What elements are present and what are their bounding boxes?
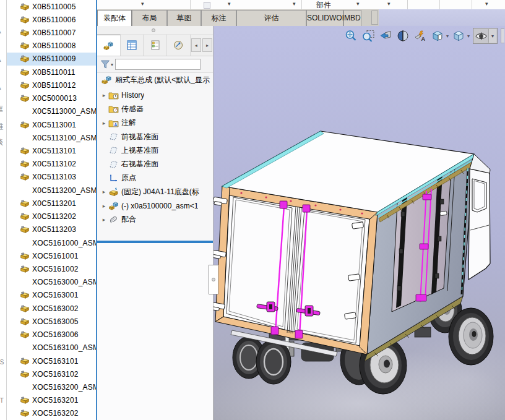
file-list-item[interactable]: XOC5163200_ASM — [6, 380, 96, 393]
dropdown-arrow-icon[interactable]: ▾ — [387, 1, 391, 7]
commandmanager-tab[interactable]: 草图 — [167, 10, 201, 26]
mates-paperclip-icon — [108, 215, 119, 225]
feature-tree-item[interactable]: ▸ — [97, 157, 213, 171]
display-style-icon[interactable] — [431, 29, 445, 43]
file-list-item[interactable]: XOC5161002 — [6, 262, 96, 275]
front-wheel[interactable] — [449, 308, 493, 365]
file-list-item[interactable]: X0C5113101 — [6, 144, 96, 157]
dropdown-arrow-icon[interactable]: ▾ — [485, 1, 488, 7]
tab-feature-tree[interactable] — [97, 35, 121, 56]
file-list-item[interactable]: XOC5163201 — [6, 394, 96, 407]
file-list-item[interactable]: XOC5163006 — [6, 328, 96, 341]
part-file-icon — [20, 121, 30, 129]
file-list-item[interactable]: XOC5163001 — [6, 289, 96, 302]
root-assembly-name: 厢式车总成 (默认<默认_显示 — [115, 75, 210, 85]
commandmanager-tab[interactable]: 布局 — [132, 10, 167, 26]
feature-tree-item[interactable]: ▸ — [97, 185, 213, 199]
filter-funnel-icon[interactable] — [100, 59, 110, 69]
file-list-item[interactable]: X0C5113100_ASM — [6, 131, 96, 144]
feature-tree-item[interactable]: ▸ — [97, 144, 213, 157]
file-list-item[interactable]: XOC5163202 — [6, 407, 96, 420]
previous-view-icon[interactable] — [379, 29, 393, 43]
file-list-item[interactable]: X0C5113001 — [6, 118, 96, 131]
hide-show-annotations-icon[interactable]: A — [413, 29, 428, 43]
file-name: XOC5163100_ASM — [32, 343, 96, 352]
commandmanager-tab[interactable]: MBD — [343, 10, 361, 26]
tab-dimxpertmanager[interactable] — [167, 35, 191, 56]
dropdown-arrow-icon[interactable]: ▾ — [228, 1, 231, 7]
expand-arrow-icon[interactable]: ▸ — [100, 216, 108, 223]
file-list-item[interactable]: X0B5110006 — [6, 13, 96, 26]
toolbar-button-fragment[interactable] — [204, 2, 210, 9]
file-list-item[interactable]: X0C5113102 — [6, 158, 96, 171]
expand-arrow-icon[interactable]: ▸ — [100, 203, 108, 209]
hide-show-items-button[interactable]: ▾ — [473, 28, 498, 44]
dropdown-arrow-icon[interactable]: ▾ — [293, 1, 296, 7]
commandmanager-tab[interactable]: 标注 — [201, 10, 236, 26]
file-list-item[interactable]: XOC5163100_ASM — [6, 341, 96, 354]
file-list-item[interactable]: XOC5163002 — [6, 302, 96, 315]
zoom-to-fit-icon[interactable] — [344, 29, 358, 43]
dropdown-arrow-icon[interactable]: ▾ — [488, 29, 496, 43]
view-orientation-icon[interactable] — [452, 29, 466, 43]
file-list-item[interactable]: X0C5113000_ASM — [6, 105, 96, 118]
file-list-item[interactable]: X0C5113200_ASM — [6, 184, 96, 197]
commandmanager-tab[interactable]: 装配体 — [97, 10, 132, 26]
graphics-viewport[interactable]: A ▾ — [214, 26, 505, 420]
file-list-item[interactable]: X0C5113201 — [6, 197, 96, 210]
file-list-item[interactable]: XOC5163101 — [6, 354, 96, 367]
dropdown-arrow-icon[interactable]: ▾ — [141, 1, 144, 7]
expand-arrow-icon[interactable]: ▸ — [100, 189, 108, 195]
tree-filter-input[interactable] — [115, 59, 201, 70]
file-list-item[interactable]: XOC5161000_ASM — [6, 236, 96, 249]
expand-arrow-icon[interactable]: ▸ — [100, 120, 108, 126]
file-list-item[interactable]: XOC5163005 — [6, 315, 96, 328]
file-list-item[interactable]: X0B5110005 — [6, 0, 96, 13]
file-list-item[interactable]: X0B5110009 — [6, 53, 96, 66]
tab-propertymanager[interactable] — [121, 35, 144, 56]
panel-tab-scroll-right[interactable]: ▸ — [202, 38, 212, 52]
component-toolbar-label[interactable]: 部件 — [306, 0, 341, 10]
file-list-item[interactable]: X0B5110008 — [6, 40, 96, 53]
feature-tree-item[interactable]: ▸ — [97, 88, 213, 102]
panel-collapse-tab[interactable] — [209, 265, 218, 294]
truck-model[interactable] — [214, 26, 505, 420]
dropdown-arrow-icon[interactable]: ▾ — [467, 33, 470, 39]
dropdown-arrow-icon[interactable]: ▾ — [356, 1, 360, 7]
zoom-to-area-icon[interactable] — [361, 29, 376, 43]
commandmanager-tab[interactable]: SOLIDWORKS 插件 — [306, 10, 343, 26]
pin-icon: ➤ — [0, 56, 4, 65]
feature-tree-item[interactable]: ▸ — [97, 171, 213, 185]
pin-icon: ➤ — [0, 84, 4, 93]
panel-top-handle[interactable] — [97, 26, 213, 35]
file-list-item[interactable]: X0C5000013 — [6, 92, 96, 105]
feature-tree-item[interactable]: ▸ — [97, 199, 213, 212]
background-window-strip: ➤ ➤ ➤ 框 维 谈 AS ST — [0, 0, 7, 420]
feature-tree-item[interactable]: ▸ — [97, 116, 213, 130]
tree-root-item[interactable]: 厢式车总成 (默认<默认_显示 — [97, 73, 213, 87]
file-list-item[interactable]: XOC5163102 — [6, 367, 96, 380]
reference-plane-icon — [108, 145, 119, 155]
panel-tab-scroll-left[interactable]: ◂ — [191, 38, 201, 52]
file-list-item[interactable]: XOC5163000_ASM — [6, 276, 96, 289]
file-list-item[interactable]: X0C5113203 — [6, 223, 96, 236]
file-list-item[interactable]: X0B5110012 — [6, 79, 96, 92]
tab-configurationmanager[interactable] — [144, 35, 167, 56]
feature-tree-item[interactable]: ▸ — [97, 102, 213, 116]
file-list-item[interactable]: XOC5161001 — [6, 249, 96, 262]
feature-tree-item[interactable]: ▸ — [97, 213, 213, 226]
file-list-item[interactable]: X0B5110007 — [6, 26, 96, 39]
feature-tree-item[interactable]: ▸ — [97, 130, 213, 144]
file-list-item[interactable]: X0B5110011 — [6, 66, 96, 79]
section-view-icon[interactable] — [396, 29, 410, 43]
file-list-item[interactable]: X0C5113202 — [6, 210, 96, 223]
cab[interactable] — [468, 154, 490, 280]
filter-dropdown-arrow-icon[interactable]: ▾ — [111, 62, 113, 67]
dropdown-arrow-icon[interactable]: ▾ — [446, 33, 449, 39]
file-name: X0C5113000_ASM — [32, 107, 96, 116]
file-list-item[interactable]: X0C5113103 — [6, 171, 96, 184]
file-name: XOC5163006 — [32, 330, 79, 339]
expand-arrow-icon[interactable]: ▸ — [100, 92, 108, 98]
commandmanager-tab[interactable]: 评估 — [236, 10, 306, 26]
propertymanager-icon — [126, 40, 137, 51]
